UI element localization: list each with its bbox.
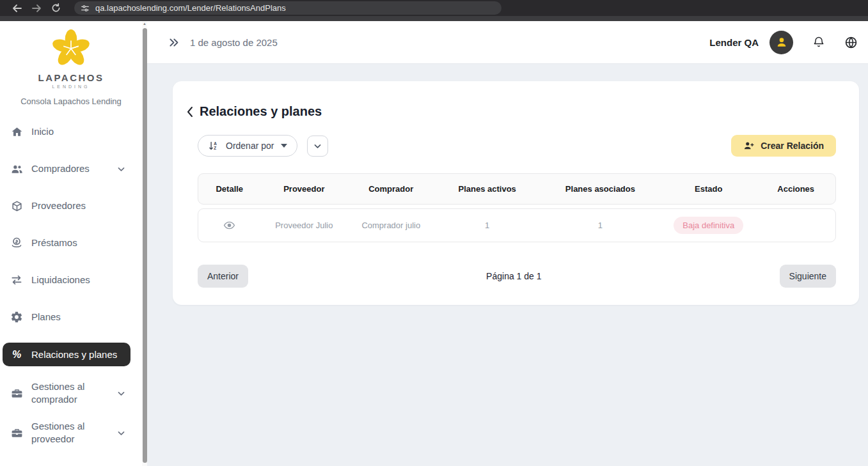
bookmarks-bar — [0, 16, 868, 21]
sidebar-item-relaciones-y-planes[interactable]: % Relaciones y planes — [3, 343, 130, 366]
people-icon — [10, 162, 24, 176]
current-date: 1 de agosto de 2025 — [190, 37, 278, 48]
create-relation-button[interactable]: Crear Relación — [731, 135, 836, 157]
col-header-acciones: Acciones — [756, 184, 835, 194]
relations-card: Relaciones y planes AZ Ordenar por — [173, 81, 859, 305]
briefcase-icon — [10, 387, 24, 400]
svg-text:Z: Z — [214, 146, 216, 150]
scrollbar-thumb[interactable] — [143, 28, 147, 463]
caret-down-icon — [281, 144, 287, 148]
gear-icon — [10, 311, 24, 323]
swap-arrows-icon — [10, 274, 24, 286]
create-relation-label: Crear Relación — [761, 141, 824, 151]
pagination: Anterior Página 1 de 1 Siguiente — [198, 265, 836, 288]
sidebar-nav: Inicio Compradores Proveedores — [0, 120, 142, 446]
percent-icon: % — [10, 349, 24, 361]
col-header-planes-activos: Planes activos — [434, 184, 539, 194]
brand-logo: LAPACHOS LENDING — [0, 29, 142, 89]
sidebar-item-gestiones-comprador[interactable]: Gestiones al comprador — [0, 380, 142, 406]
previous-page-button[interactable]: Anterior — [198, 265, 248, 288]
language-globe-icon[interactable] — [844, 36, 858, 49]
console-label: Consola Lapachos Lending — [0, 97, 142, 106]
status-badge: Baja definitiva — [674, 217, 743, 234]
site-settings-icon[interactable] — [81, 4, 90, 13]
browser-back-icon[interactable] — [8, 3, 27, 13]
browser-forward-icon[interactable] — [27, 3, 46, 13]
back-chevron-icon[interactable] — [185, 106, 194, 118]
col-header-planes-asociados: Planes asociados — [540, 184, 661, 194]
view-detail-eye-icon[interactable] — [198, 219, 261, 231]
cell-comprador: Comprador julio — [347, 221, 434, 230]
person-icon — [775, 36, 788, 49]
flower-logo-icon — [51, 29, 91, 68]
sidebar-item-proveedores[interactable]: Proveedores — [0, 194, 142, 217]
col-header-comprador: Comprador — [347, 184, 434, 194]
top-header: 1 de agosto de 2025 Lender QA — [147, 21, 868, 64]
col-header-proveedor: Proveedor — [261, 184, 347, 194]
expand-filters-button[interactable] — [307, 136, 328, 157]
sidebar: LAPACHOS LENDING Consola Lapachos Lendin… — [0, 21, 147, 466]
cell-planes-asociados: 1 — [540, 221, 661, 230]
sidebar-item-inicio[interactable]: Inicio — [0, 120, 142, 143]
sidebar-item-compradores[interactable]: Compradores — [0, 157, 142, 180]
content-area: Relaciones y planes AZ Ordenar por — [147, 64, 868, 466]
cell-planes-activos: 1 — [434, 221, 539, 230]
chevron-down-icon — [117, 165, 125, 173]
page-info: Página 1 de 1 — [248, 271, 780, 281]
page-title: Relaciones y planes — [200, 104, 322, 119]
col-header-estado: Estado — [661, 184, 756, 194]
sidebar-item-liquidaciones[interactable]: Liquidaciones — [0, 268, 142, 291]
home-icon — [10, 126, 24, 138]
sort-by-dropdown[interactable]: AZ Ordenar por — [198, 135, 297, 157]
chevron-down-icon — [117, 389, 125, 398]
table-row: Proveedor Julio Comprador julio 1 1 Baja… — [198, 208, 836, 242]
sidebar-scrollbar[interactable]: ▲ — [142, 21, 147, 466]
sidebar-item-gestiones-proveedor[interactable]: Gestiones al proveedor — [0, 420, 142, 446]
browser-reload-icon[interactable] — [46, 3, 65, 13]
coin-icon — [10, 237, 24, 249]
sidebar-item-prestamos[interactable]: Préstamos — [0, 231, 142, 254]
brand-subtitle: LENDING — [0, 84, 142, 89]
next-page-button[interactable]: Siguiente — [780, 265, 836, 288]
cell-proveedor: Proveedor Julio — [261, 221, 347, 230]
chevron-down-icon — [117, 429, 125, 437]
sidebar-item-planes[interactable]: Planes — [0, 306, 142, 329]
col-header-detalle: Detalle — [198, 184, 261, 194]
notifications-bell-icon[interactable] — [812, 36, 825, 49]
sort-az-icon: AZ — [208, 141, 219, 151]
person-add-icon — [743, 140, 755, 151]
package-icon — [10, 200, 24, 212]
sort-by-label: Ordenar por — [226, 141, 274, 151]
table-header-row: Detalle Proveedor Comprador Planes activ… — [198, 173, 836, 205]
scrollbar-up-arrow[interactable]: ▲ — [142, 22, 147, 26]
brand-name: LAPACHOS — [0, 72, 142, 83]
url-text: qa.lapachoslending.com/Lender/RelationsA… — [95, 3, 286, 13]
user-name: Lender QA — [709, 37, 759, 48]
sidebar-collapse-icon[interactable] — [168, 37, 179, 48]
svg-text:A: A — [214, 141, 217, 145]
briefcase-icon — [10, 427, 24, 439]
address-bar[interactable]: qa.lapachoslending.com/Lender/RelationsA… — [74, 1, 501, 15]
avatar[interactable] — [769, 31, 793, 54]
browser-toolbar: qa.lapachoslending.com/Lender/RelationsA… — [0, 0, 868, 16]
